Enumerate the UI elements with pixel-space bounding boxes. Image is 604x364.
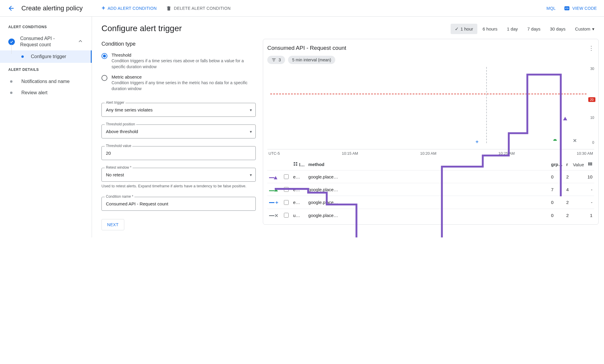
retest-helper-text: Used to retest alerts. Expand timeframe … [101, 183, 256, 189]
caret-down-icon: ▾ [250, 173, 252, 177]
sidebar-item-label: Review alert [21, 90, 47, 95]
interval-label: 5 min interval (mean) [292, 58, 331, 62]
sidebar-subitem-label: Configure trigger [31, 54, 66, 59]
caret-down-icon: ▾ [592, 26, 595, 32]
threshold-position-select[interactable]: Threshold position Above threshold ▾ [101, 124, 256, 138]
field-value: Consumed API - Request count [102, 197, 255, 210]
field-label: Threshold position [105, 122, 136, 126]
svg-rect-2 [272, 58, 276, 59]
bullet-icon [10, 80, 12, 83]
time-range-7days[interactable]: 7 days [523, 24, 545, 34]
form-title: Configure alert trigger [101, 24, 256, 33]
field-label: Threshold value [105, 144, 132, 148]
back-button[interactable] [7, 5, 14, 12]
interval-chip[interactable]: 5 min interval (mean) [288, 56, 336, 64]
retest-window-select[interactable]: Retest window * No retest ▾ [101, 168, 256, 182]
sidebar-condition-label: Consumed API - Request count [20, 36, 72, 48]
condition-name-input[interactable]: Condition name * Consumed API - Request … [101, 197, 256, 211]
sidebar-section-conditions: ALERT CONDITIONS [0, 24, 92, 33]
time-range-30days[interactable]: 30 days [546, 24, 570, 34]
sidebar-subitem-configure-trigger[interactable]: Configure trigger [0, 50, 92, 63]
time-chip-label: 6 hours [483, 26, 497, 31]
radio-icon [101, 53, 107, 59]
sidebar: ALERT CONDITIONS Consumed API - Request … [0, 17, 92, 237]
check-icon: ✓ [455, 26, 459, 32]
radio-threshold-desc: Condition triggers if a time series rise… [112, 58, 251, 70]
card-title: Consumed API - Request count [267, 45, 346, 51]
check-circle-icon [8, 39, 15, 45]
threshold-value-input[interactable]: Threshold value 20 [101, 146, 256, 160]
radio-absence-label: Metric absence [112, 74, 251, 79]
page-title: Create alerting policy [21, 4, 83, 12]
time-chip-label: 1 hour [460, 26, 473, 31]
chart-svg [267, 66, 594, 237]
filter-icon [271, 58, 276, 62]
time-chip-label: 30 days [550, 26, 566, 31]
filter-chip[interactable]: 3 [267, 56, 285, 64]
chevron-up-icon[interactable] [77, 38, 83, 45]
sidebar-item-notifications[interactable]: Notifications and name [0, 76, 92, 87]
sidebar-item-label: Notifications and name [21, 79, 70, 84]
chart: 30 10 0 20 [267, 66, 594, 149]
field-label: Condition name * [105, 194, 134, 199]
arrow-left-icon [7, 5, 14, 12]
marker-triangle-icon [563, 117, 567, 120]
radio-threshold[interactable]: Threshold Condition triggers if a time s… [101, 51, 256, 73]
marker-x-icon: ✕ [573, 139, 576, 143]
preview-card: Consumed API - Request count ⋮ 3 5 min i… [263, 39, 599, 225]
field-value: No retest [102, 168, 255, 181]
topbar: Create alerting policy + ADD ALERT CONDI… [0, 0, 604, 17]
delete-alert-condition-button[interactable]: DELETE ALERT CONDITION [166, 6, 231, 11]
svg-rect-4 [273, 61, 274, 61]
field-value: Above threshold [102, 125, 255, 138]
view-code-label: VIEW CODE [572, 6, 597, 11]
kebab-menu-button[interactable]: ⋮ [588, 44, 594, 52]
sidebar-item-review[interactable]: Review alert [0, 87, 92, 98]
svg-rect-1 [565, 6, 570, 10]
trash-icon [166, 6, 171, 11]
alert-trigger-select[interactable]: Alert trigger Any time series violates ▾ [101, 103, 256, 117]
plus-icon: + [102, 5, 105, 12]
radio-icon [101, 75, 107, 81]
form-column: Configure alert trigger Condition type T… [101, 24, 256, 230]
add-condition-label: ADD ALERT CONDITION [108, 6, 157, 11]
filter-count: 3 [279, 58, 281, 62]
time-chip-label: 7 days [527, 26, 541, 31]
marker-semi-icon [553, 139, 557, 143]
caret-down-icon: ▾ [250, 129, 252, 134]
code-icon [564, 5, 570, 11]
field-value: Any time series violates [102, 103, 255, 116]
time-range-picker: ✓ 1 hour 6 hours 1 day 7 days 30 days Cu… [263, 24, 599, 34]
time-chip-label: 1 day [507, 26, 518, 31]
sidebar-condition-item[interactable]: Consumed API - Request count [0, 33, 92, 50]
radio-absence-desc: Condition triggers if any time series in… [112, 80, 251, 92]
mql-label: MQL [546, 6, 556, 11]
time-range-1day[interactable]: 1 day [503, 24, 522, 34]
add-alert-condition-button[interactable]: + ADD ALERT CONDITION [102, 5, 157, 12]
bullet-icon [21, 55, 24, 58]
field-value: 20 [102, 146, 255, 160]
caret-down-icon: ▾ [250, 108, 252, 112]
svg-rect-3 [273, 60, 275, 60]
marker-plus-icon: ＋ [475, 140, 478, 143]
next-label: NEXT [107, 222, 119, 227]
radio-threshold-label: Threshold [112, 52, 251, 58]
time-range-custom[interactable]: Custom ▾ [571, 24, 599, 34]
sidebar-section-details: ALERT DETAILS [0, 66, 92, 76]
next-button[interactable]: NEXT [101, 219, 124, 230]
radio-metric-absence[interactable]: Metric absence Condition triggers if any… [101, 73, 256, 95]
mql-button[interactable]: MQL [546, 6, 556, 11]
preview-column: ✓ 1 hour 6 hours 1 day 7 days 30 days Cu… [263, 24, 599, 225]
field-label: Alert trigger [105, 100, 125, 105]
field-label: Retest window * [105, 165, 133, 170]
delete-condition-label: DELETE ALERT CONDITION [174, 6, 231, 11]
bullet-icon [10, 92, 12, 94]
view-code-button[interactable]: VIEW CODE [564, 5, 597, 11]
time-range-1hour[interactable]: ✓ 1 hour [451, 24, 477, 34]
time-range-6hours[interactable]: 6 hours [479, 24, 502, 34]
condition-type-heading: Condition type [101, 41, 256, 47]
time-chip-label: Custom [575, 26, 590, 31]
